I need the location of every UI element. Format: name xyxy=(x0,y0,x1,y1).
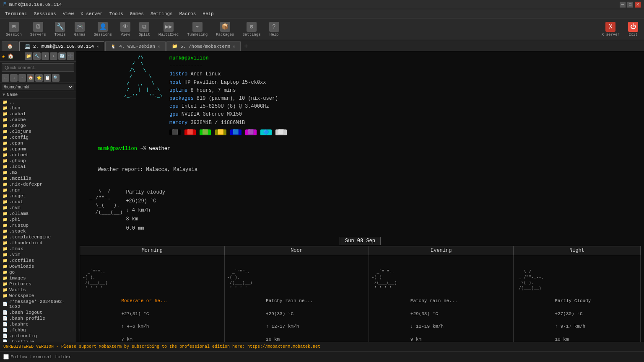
menu-sessions[interactable]: Sessions xyxy=(31,10,60,17)
tab-wsl[interactable]: 🐧 4. WSL-Debian ✕ xyxy=(105,41,166,51)
new-tab-button[interactable]: + xyxy=(242,41,250,51)
file-item-bash-profile[interactable]: 📄 .bash_profile xyxy=(0,315,76,321)
sidebar-home-icon[interactable]: 🏠 xyxy=(8,53,14,59)
sidebar-nav-icon-1[interactable]: ← xyxy=(2,74,9,82)
sidebar-nav-icon-5[interactable]: ⭐ xyxy=(35,74,43,82)
sidebar-icon-4[interactable]: ⬇ xyxy=(50,52,57,60)
tab-mobaterm-close[interactable]: ✕ xyxy=(233,44,235,49)
toolbar-help[interactable]: ? Help xyxy=(267,21,282,38)
file-item-bun[interactable]: 📁 .bun xyxy=(0,105,76,111)
file-item-gitconfig[interactable]: 📄 .gitconfig xyxy=(0,333,76,339)
file-item-ghcup[interactable]: 📁 .ghcup xyxy=(0,158,76,164)
tab-mumk[interactable]: 💻 2. mumk@192.168.68.114 ✕ xyxy=(19,41,104,51)
toolbar-session[interactable]: ⊞ Session xyxy=(3,21,24,38)
file-item-pki[interactable]: 📁 .pki xyxy=(0,217,76,222)
terminal-area[interactable]: /\ / \ /\ \ / \ / ,, \ / | | -\ /_-'' ''… xyxy=(76,51,644,342)
file-item-tmux[interactable]: 📁 .tmux xyxy=(0,246,76,252)
file-item-bash-logout[interactable]: 📄 .bash_logout xyxy=(0,310,76,315)
close-button[interactable]: ✕ xyxy=(635,2,641,8)
sidebar-icon-1[interactable]: 📁 xyxy=(25,52,32,60)
tab-mumk-close[interactable]: ✕ xyxy=(96,44,99,49)
maximize-button[interactable]: □ xyxy=(627,2,633,8)
file-item-images[interactable]: 📁 images xyxy=(0,275,76,281)
file-tree-toggle[interactable]: ▼ xyxy=(3,93,5,97)
folder-icon: 📁 xyxy=(3,229,8,234)
sidebar-star-icon[interactable]: ★ xyxy=(2,53,5,60)
follow-terminal-checkbox[interactable] xyxy=(3,354,9,359)
sun-noon-temp: +29(33) °C xyxy=(266,311,293,316)
menu-view[interactable]: View xyxy=(60,10,77,17)
file-item-nuget[interactable]: 📁 .nuget xyxy=(0,193,76,199)
menu-xserver[interactable]: X server xyxy=(77,10,106,17)
file-item-dotfiles[interactable]: 📁 .dotfiles xyxy=(0,258,76,264)
file-item-npm[interactable]: 📁 .npm xyxy=(0,187,76,193)
menu-macros[interactable]: Macros xyxy=(176,10,200,17)
titlebar-controls[interactable]: ─ □ ✕ xyxy=(620,2,641,8)
file-item-fehbg[interactable]: 📄 .fehbg xyxy=(0,327,76,333)
file-item-clojure[interactable]: 📁 .clojure xyxy=(0,129,76,134)
sidebar-nav-icon-4[interactable]: 🏠 xyxy=(27,74,34,82)
menu-terminal[interactable]: Terminal xyxy=(2,10,31,17)
tab-mobaterm-label: 5. /home/mobaxterm xyxy=(180,44,230,49)
exit-button[interactable]: ⏻ Exit xyxy=(626,21,641,38)
file-item-bashrc[interactable]: 📄 .bashrc xyxy=(0,321,76,327)
sidebar-icon-6[interactable]: ➕ xyxy=(67,52,74,60)
toolbar-split[interactable]: ⧉ Split xyxy=(136,21,153,38)
menu-games[interactable]: Games xyxy=(127,10,147,17)
file-item-ollama[interactable]: 📁 .ollama xyxy=(0,211,76,217)
file-item-vaults[interactable]: 📁 Vaults xyxy=(0,287,76,293)
sidebar-nav-icon-2[interactable]: → xyxy=(10,74,18,82)
sidebar-icon-3[interactable]: ⬆ xyxy=(42,52,49,60)
file-icon: 📄 xyxy=(3,328,8,333)
tab-home[interactable]: 🏠 xyxy=(2,41,18,51)
file-item-nuxt[interactable]: 📁 .nuxt xyxy=(0,199,76,205)
file-item-histfile[interactable]: 📄 .histfile xyxy=(0,339,76,342)
toolbar-games[interactable]: 🎮 Games xyxy=(72,21,88,38)
sidebar-nav-icon-7[interactable]: 🔍 xyxy=(52,74,60,82)
file-item-thunderbird[interactable]: 📁 .thunderbird xyxy=(0,240,76,246)
file-item-m2[interactable]: 📁 .m2 xyxy=(0,170,76,176)
file-item-dotnet[interactable]: 📁 .dotnet xyxy=(0,152,76,158)
toolbar-settings[interactable]: ⚙ Settings xyxy=(240,21,263,38)
toolbar-view[interactable]: 👁 View xyxy=(118,21,133,38)
file-item-cache[interactable]: 📁 .cache xyxy=(0,117,76,123)
file-item-workspace[interactable]: 📁 Workspace xyxy=(0,293,76,299)
file-item-nvm[interactable]: 📁 .nvm xyxy=(0,205,76,211)
sidebar-nav-icon-6[interactable]: 📋 xyxy=(44,74,51,82)
file-item-templateengine[interactable]: 📁 .templateengine xyxy=(0,234,76,240)
file-item-cabal[interactable]: 📁 .cabal xyxy=(0,111,76,117)
file-item-pictures[interactable]: 📁 Pictures xyxy=(0,281,76,287)
sidebar-icon-5[interactable]: 🔄 xyxy=(58,52,66,60)
file-item-vim[interactable]: 📁 .vim xyxy=(0,252,76,258)
toolbar-sessions2[interactable]: 👤 Sessions xyxy=(91,21,114,38)
toolbar-packages[interactable]: 📦 Packages xyxy=(213,21,236,38)
sidebar-nav-icon-3[interactable]: ↑ xyxy=(18,74,26,82)
file-item-local[interactable]: 📁 .local xyxy=(0,164,76,170)
quick-connect-input[interactable] xyxy=(2,63,74,72)
file-item-downloads[interactable]: 📁 Downloads xyxy=(0,264,76,269)
file-item-message[interactable]: 📄 #*message*-20240602-1632 xyxy=(0,299,76,310)
file-item-cpan[interactable]: 📁 .cpan xyxy=(0,140,76,146)
tab-wsl-close[interactable]: ✕ xyxy=(158,44,160,49)
tab-mobaterm[interactable]: 📁 5. /home/mobaxterm ✕ xyxy=(166,41,241,51)
sidebar-icon-2[interactable]: 🔧 xyxy=(33,52,41,60)
file-item-go[interactable]: 📁 go xyxy=(0,269,76,275)
file-item-config[interactable]: 📁 .config xyxy=(0,134,76,140)
toolbar-tools[interactable]: 🔧 Tools xyxy=(52,21,68,38)
file-item-dotdot[interactable]: 📁 .. xyxy=(0,99,76,105)
minimize-button[interactable]: ─ xyxy=(620,2,626,8)
menu-tools[interactable]: Tools xyxy=(106,10,127,17)
file-item-cargo[interactable]: 📁 .cargo xyxy=(0,123,76,129)
toolbar-tunneling[interactable]: ⌁ Tunneling xyxy=(185,21,210,38)
file-item-mozilla[interactable]: 📁 .mozilla xyxy=(0,176,76,181)
file-item-cpanm[interactable]: 📁 .cpanm xyxy=(0,146,76,152)
menu-settings[interactable]: Settings xyxy=(147,10,176,17)
toolbar-multiexec[interactable]: ▶▶ MultiExec xyxy=(156,21,182,38)
file-item-stack[interactable]: 📁 .stack xyxy=(0,228,76,234)
menu-help[interactable]: Help xyxy=(199,10,217,17)
file-item-rustup[interactable]: 📁 .rustup xyxy=(0,222,76,228)
path-selector[interactable]: /home/mumk/ xyxy=(2,84,74,90)
toolbar-servers[interactable]: 🖥 Servers xyxy=(28,21,49,38)
xserver-button[interactable]: X X server xyxy=(599,21,622,38)
file-item-nixdefexpr[interactable]: 📁 .nix-defexpr xyxy=(0,181,76,187)
